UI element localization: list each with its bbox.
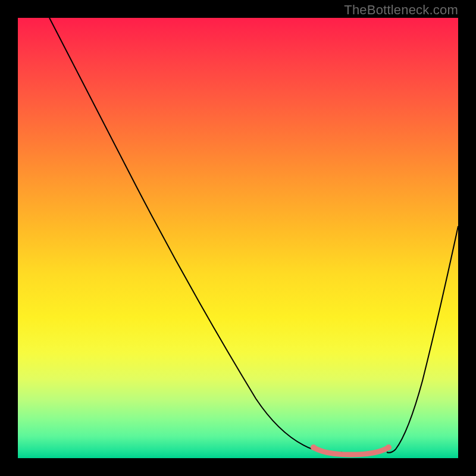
chart-frame: TheBottleneck.com <box>0 0 476 476</box>
band-right-dot <box>386 444 392 450</box>
chart-svg <box>18 18 458 458</box>
watermark-text: TheBottleneck.com <box>344 2 458 18</box>
right-curve <box>387 226 458 453</box>
optimal-band <box>314 447 389 455</box>
band-left-dot <box>311 444 317 450</box>
left-curve <box>49 18 342 453</box>
